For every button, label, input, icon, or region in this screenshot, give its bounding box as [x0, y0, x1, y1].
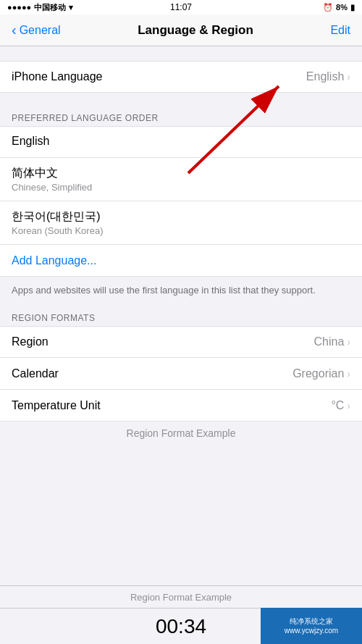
- alarm-icon: ⏰: [323, 3, 333, 12]
- wifi-icon: ▾: [69, 3, 73, 12]
- calendar-chevron: ›: [347, 368, 350, 380]
- watermark: 纯净系统之家www.ycwjzy.com: [261, 608, 362, 644]
- region-chevron: ›: [347, 336, 350, 348]
- calendar-label: Calendar: [12, 367, 59, 380]
- iphone-language-value: English ›: [306, 70, 350, 83]
- list-item[interactable]: 简体中文 Chinese, Simplified: [0, 158, 362, 201]
- signal-dots: ●●●●●: [7, 3, 31, 12]
- bottom-time: 00:34: [156, 615, 206, 638]
- list-item[interactable]: 한국어(대한민국) Korean (South Korea): [0, 201, 362, 245]
- temperature-cell[interactable]: Temperature Unit °C ›: [0, 390, 362, 422]
- spacer-1: [0, 46, 362, 61]
- temperature-label: Temperature Unit: [12, 399, 101, 412]
- language-secondary-1: Chinese, Simplified: [12, 182, 350, 193]
- region-section: Region China › Calendar Gregorian › Temp…: [0, 326, 362, 422]
- add-language-cell[interactable]: Add Language...: [0, 245, 362, 277]
- back-button[interactable]: ‹ General: [12, 22, 61, 38]
- status-right: ⏰ 8% ▮: [323, 3, 355, 12]
- nav-bar: ‹ General Language & Region Edit: [0, 14, 362, 46]
- watermark-text: 纯净系统之家www.ycwjzy.com: [285, 616, 338, 635]
- region-format-bottom: Region Format Example: [0, 585, 362, 608]
- edit-button[interactable]: Edit: [330, 24, 350, 37]
- region-formats-header: REGION FORMATS: [0, 307, 362, 326]
- spacer-2: [0, 93, 362, 107]
- temperature-chevron: ›: [347, 400, 350, 411]
- bottom-bar: 00:34 纯净系统之家www.ycwjzy.com: [0, 608, 362, 644]
- region-cell[interactable]: Region China ›: [0, 326, 362, 358]
- list-item[interactable]: English: [0, 126, 362, 158]
- iphone-language-cell[interactable]: iPhone Language English ›: [0, 61, 362, 93]
- region-current: China: [314, 335, 345, 348]
- calendar-current: Gregorian: [292, 367, 344, 380]
- battery-icon: ▮: [350, 3, 355, 12]
- back-label[interactable]: General: [20, 24, 61, 37]
- status-left: ●●●●● 中国移动 ▾: [7, 2, 73, 13]
- language-info-text: Apps and websites will use the first lan…: [12, 285, 316, 296]
- calendar-cell[interactable]: Calendar Gregorian ›: [0, 358, 362, 390]
- region-format-example-label: Region Format Example: [130, 592, 232, 603]
- language-info-box: Apps and websites will use the first lan…: [0, 277, 362, 307]
- preferred-language-header: PREFERRED LANGUAGE ORDER: [0, 107, 362, 126]
- language-primary-1: 简体中文: [12, 166, 350, 181]
- battery-percent: 8%: [336, 3, 348, 12]
- language-primary-2: 한국어(대한민국): [12, 209, 350, 225]
- temperature-value: °C ›: [331, 399, 350, 412]
- status-time: 11:07: [170, 2, 192, 12]
- region-format-label: Region Format Example: [0, 422, 362, 442]
- iphone-language-section: iPhone Language English ›: [0, 61, 362, 93]
- region-format-text: Region Format Example: [127, 427, 236, 439]
- region-label: Region: [12, 335, 49, 348]
- language-primary-0: English: [12, 135, 350, 148]
- iphone-language-label: iPhone Language: [12, 70, 102, 83]
- language-list: English 简体中文 Chinese, Simplified 한국어(대한민…: [0, 126, 362, 277]
- temperature-current: °C: [331, 399, 344, 412]
- add-language-text[interactable]: Add Language...: [12, 254, 96, 267]
- calendar-value: Gregorian ›: [292, 367, 350, 380]
- region-value: China ›: [314, 335, 350, 348]
- iphone-language-chevron: ›: [347, 71, 350, 83]
- carrier-label: 中国移动: [34, 2, 66, 13]
- status-bar: ●●●●● 中国移动 ▾ 11:07 ⏰ 8% ▮: [0, 0, 362, 14]
- back-chevron-icon: ‹: [12, 22, 17, 38]
- iphone-language-current: English: [306, 70, 344, 83]
- language-secondary-2: Korean (South Korea): [12, 225, 350, 236]
- page-title: Language & Region: [138, 23, 253, 38]
